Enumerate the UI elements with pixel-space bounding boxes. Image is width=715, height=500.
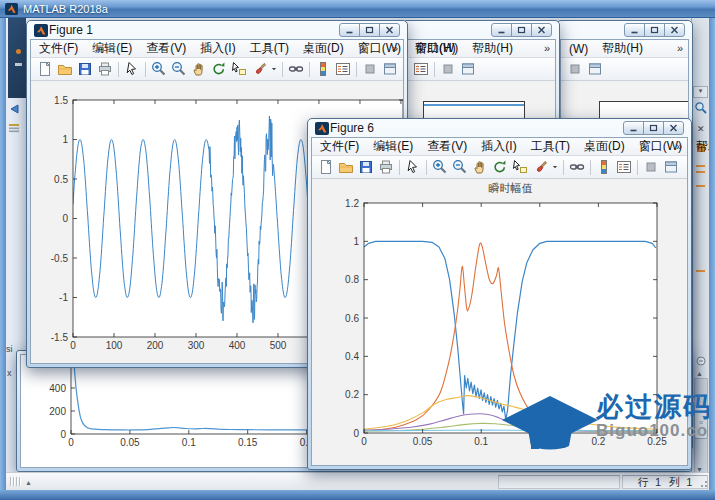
dock-figure-max-icon[interactable] (585, 59, 605, 79)
menu-item-1[interactable]: 编辑(E) (373, 138, 413, 155)
toolbar-separator (434, 62, 435, 77)
menu-item-1[interactable]: 帮助(H) (602, 40, 643, 57)
strip-dropdown[interactable]: ▾ (693, 86, 708, 98)
svg-text:0.5: 0.5 (54, 174, 68, 185)
save-icon[interactable] (75, 59, 95, 79)
close-button[interactable] (664, 23, 685, 37)
zoom-in-icon[interactable] (430, 157, 450, 177)
menu-item-2[interactable]: 查看(V) (146, 40, 186, 57)
column-value: 1 (686, 476, 692, 488)
dock-figure-max-icon[interactable] (380, 59, 400, 79)
rotate-3d-icon[interactable] (209, 59, 229, 79)
toolbar-separator (118, 62, 119, 77)
close-button[interactable] (663, 121, 684, 135)
brush-dropdown-icon[interactable] (269, 59, 279, 79)
svg-text:500: 500 (270, 340, 287, 351)
svg-text:0.2: 0.2 (345, 389, 359, 400)
link-plot-icon[interactable] (567, 157, 587, 177)
statusbar-cursor-position: 行 1 列 1 (622, 475, 708, 489)
print-icon[interactable] (376, 157, 396, 177)
svg-text:300: 300 (188, 340, 205, 351)
minimize-button[interactable] (623, 121, 644, 135)
toolbar-separator (356, 62, 357, 77)
menu-item-0[interactable]: 文件(F) (320, 138, 359, 155)
editor-marker[interactable] (696, 171, 705, 173)
brush-dropdown-icon[interactable] (550, 157, 560, 177)
editor-marker[interactable] (696, 185, 705, 187)
data-cursor-icon[interactable] (229, 59, 249, 79)
minimize-button[interactable] (491, 23, 512, 37)
editor-marker[interactable] (696, 165, 705, 167)
menu-item-4[interactable]: 工具(T) (250, 40, 289, 57)
statusbar-caret-icon[interactable]: ▲ (25, 479, 32, 486)
zoom-in-icon[interactable] (149, 59, 169, 79)
svg-text:-0.5: -0.5 (51, 253, 69, 264)
statusbar-grip[interactable] (10, 477, 21, 486)
menu-overflow-icon[interactable]: » (677, 42, 683, 54)
menu-item-7[interactable]: 帮助(H) (415, 40, 456, 57)
insert-colorbar-icon[interactable] (313, 59, 333, 79)
insert-legend-icon[interactable] (333, 59, 353, 79)
menu-item-1[interactable]: 编辑(E) (92, 40, 132, 57)
close-button[interactable] (379, 23, 400, 37)
menu-item-3[interactable]: 插入(I) (200, 40, 235, 57)
restore-button[interactable] (511, 23, 532, 37)
matlab-app-icon (5, 3, 18, 15)
dock-figure-max-icon[interactable] (458, 59, 478, 79)
new-file-icon[interactable] (316, 157, 336, 177)
editor-marker[interactable] (696, 270, 705, 272)
close-strip-icon[interactable]: ✕ (697, 124, 705, 134)
link-plot-icon[interactable] (286, 59, 306, 79)
cursor-icon[interactable] (403, 157, 423, 177)
menu-item-2[interactable]: 查看(V) (427, 138, 467, 155)
restore-button[interactable] (359, 23, 380, 37)
zoom-out-icon[interactable] (169, 59, 189, 79)
open-file-icon[interactable] (336, 157, 356, 177)
menu-overflow-icon[interactable]: » (544, 42, 550, 54)
cursor-icon[interactable] (122, 59, 142, 79)
print-icon[interactable] (95, 59, 115, 79)
svg-text:1.5: 1.5 (54, 95, 68, 106)
insert-colorbar-icon[interactable] (594, 157, 614, 177)
dock-figure-max-icon[interactable] (661, 157, 681, 177)
message-summary-icon[interactable] (696, 352, 706, 370)
folder-list-icon[interactable] (9, 119, 19, 137)
scroll-up-icon[interactable]: ▲ (696, 370, 703, 377)
menu-item-5[interactable]: 桌面(D) (584, 138, 625, 155)
back-arrow-icon[interactable] (8, 101, 20, 119)
menu-item-5[interactable]: 桌面(D) (303, 40, 344, 57)
dock-figure-min-icon[interactable] (565, 59, 585, 79)
restore-button[interactable] (644, 23, 665, 37)
save-icon[interactable] (356, 157, 376, 177)
brush-icon[interactable] (249, 59, 269, 79)
menu-item-0[interactable]: (W) (569, 42, 588, 56)
resize-grip[interactable] (699, 480, 708, 489)
rotate-3d-icon[interactable] (490, 157, 510, 177)
dock-figure-min-icon[interactable] (438, 59, 458, 79)
pan-icon[interactable] (189, 59, 209, 79)
data-cursor-icon[interactable] (510, 157, 530, 177)
menu-item-1[interactable]: 帮助(H) (472, 40, 513, 57)
close-button[interactable] (531, 23, 552, 37)
insert-legend-icon[interactable] (614, 157, 634, 177)
svg-text:0: 0 (60, 429, 66, 440)
menu-overflow-icon[interactable]: » (676, 140, 682, 152)
dock-figure-min-icon[interactable] (360, 59, 380, 79)
restore-button[interactable] (643, 121, 664, 135)
pan-icon[interactable] (470, 157, 490, 177)
menu-overflow-icon[interactable]: » (392, 42, 398, 54)
svg-text:200: 200 (49, 406, 66, 417)
menu-item-0[interactable]: 文件(F) (39, 40, 78, 57)
open-file-icon[interactable] (55, 59, 75, 79)
zoom-out-icon[interactable] (450, 157, 470, 177)
svg-text:0: 0 (68, 437, 74, 448)
minimize-button[interactable] (624, 23, 645, 37)
menu-item-4[interactable]: 工具(T) (531, 138, 570, 155)
search-icon[interactable] (694, 100, 707, 118)
new-file-icon[interactable] (35, 59, 55, 79)
brush-icon[interactable] (530, 157, 550, 177)
menu-item-3[interactable]: 插入(I) (481, 138, 516, 155)
dock-figure-min-icon[interactable] (641, 157, 661, 177)
insert-legend-icon[interactable] (411, 59, 431, 79)
minimize-button[interactable] (339, 23, 360, 37)
